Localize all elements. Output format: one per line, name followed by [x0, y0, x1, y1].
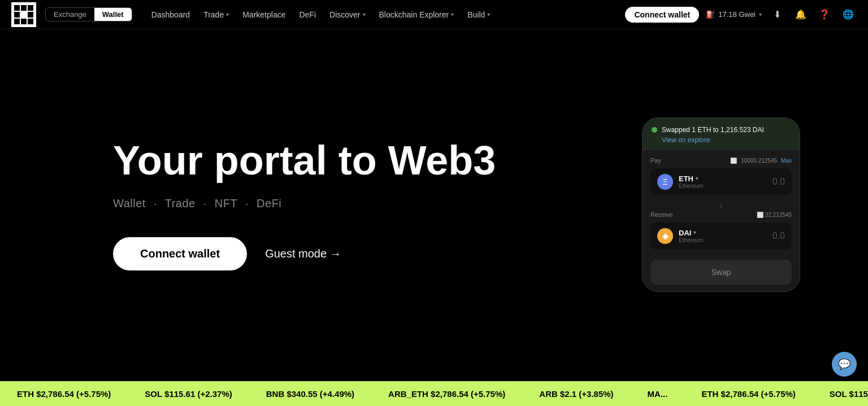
trade-chevron-icon: ▾	[226, 11, 229, 18]
success-dot-icon	[652, 127, 657, 133]
build-chevron-icon: ▾	[487, 11, 490, 18]
receive-label-row: Receive ⬜ 32.212545	[650, 211, 792, 218]
view-explorer-link[interactable]: View on explore	[662, 136, 791, 144]
ticker-item-eth: ETH $2,786.54 (+5.75%)	[17, 389, 111, 399]
help-icon[interactable]: ❓	[816, 6, 833, 23]
dot-2: ·	[203, 197, 207, 209]
eth-icon: Ξ	[657, 174, 673, 190]
swap-direction: ↓	[650, 200, 792, 209]
nav-build[interactable]: Build ▾	[462, 7, 496, 23]
gas-chevron-icon: ▾	[759, 11, 762, 18]
connect-wallet-hero-btn[interactable]: Connect wallet	[113, 237, 247, 270]
navbar: Exchange Wallet Dashboard Trade ▾ Market…	[0, 0, 868, 29]
ticker-item-arb: ARB $2.1 (+3.85%)	[539, 389, 613, 399]
hero-title: Your portal to Web3	[113, 138, 619, 183]
svg-rect-5	[28, 12, 33, 18]
ticker-item-eth2: ETH $2,786.54 (+5.75%)	[701, 389, 795, 399]
svg-rect-6	[14, 19, 20, 24]
dai-name: DAI ▾	[679, 229, 767, 237]
nav-right: Connect wallet ⛽ 17.18 Gwei ▾ ⬇ 🔔 ❓ 🌐	[625, 6, 857, 23]
explorer-chevron-icon: ▾	[451, 11, 454, 18]
connect-wallet-nav-btn[interactable]: Connect wallet	[625, 7, 699, 23]
hero-subtitle: Wallet · Trade · NFT · DeFi	[113, 197, 619, 210]
eth-chain: Ethereum	[679, 183, 767, 189]
bell-icon[interactable]: 🔔	[792, 6, 809, 23]
swap-notif-text: Swapped 1 ETH to 1,216.523 DAI	[662, 126, 764, 134]
chat-bubble-btn[interactable]: 💬	[832, 352, 857, 377]
nav-dashboard[interactable]: Dashboard	[146, 7, 196, 23]
max-label[interactable]: Max	[781, 158, 792, 164]
eth-token-info: ETH ▾ Ethereum	[679, 174, 767, 189]
okx-logo[interactable]	[11, 2, 36, 27]
dai-token-row: ◈ DAI ▾ Ethereum 0.0	[650, 222, 792, 250]
eth-chevron-icon: ▾	[696, 176, 698, 181]
mode-toggle: Exchange Wallet	[45, 7, 132, 21]
download-icon[interactable]: ⬇	[769, 6, 785, 23]
nav-marketplace[interactable]: Marketplace	[237, 7, 291, 23]
guest-mode-btn[interactable]: Guest mode →	[265, 247, 341, 260]
eth-amount: 0.0	[772, 177, 785, 187]
swap-button[interactable]: Swap	[650, 260, 792, 285]
gas-display[interactable]: ⛽ 17.18 Gwei ▾	[706, 10, 762, 19]
nav-links: Dashboard Trade ▾ Marketplace DeFi Disco…	[146, 7, 626, 23]
ticker-item-sol2: SOL $115.61 (+2.37%)	[830, 389, 868, 399]
nav-blockchain-explorer[interactable]: Blockchain Explorer ▾	[374, 7, 460, 23]
ticker-item-bnb: BNB $340.55 (+4.49%)	[266, 389, 354, 399]
eth-name: ETH ▾	[679, 174, 767, 183]
receive-balance: ⬜ 32.212545	[757, 211, 792, 218]
dai-token-info: DAI ▾ Ethereum	[679, 229, 767, 243]
svg-rect-1	[14, 5, 20, 11]
ticker-item-ma: MA...	[648, 389, 668, 399]
wallet-mode-btn[interactable]: Wallet	[94, 8, 132, 21]
discover-chevron-icon: ▾	[363, 11, 366, 18]
hero-section: Your portal to Web3 Wallet · Trade · NFT…	[0, 29, 868, 368]
ticker-item-sol: SOL $115.61 (+2.37%)	[145, 389, 232, 399]
hero-left: Your portal to Web3 Wallet · Trade · NFT…	[113, 138, 619, 270]
svg-rect-3	[28, 5, 33, 11]
svg-rect-2	[21, 5, 27, 11]
price-ticker: ETH $2,786.54 (+5.75%) SOL $115.61 (+2.3…	[0, 381, 868, 406]
dot-3: ·	[245, 197, 249, 209]
pay-label: Pay	[650, 157, 661, 164]
nav-trade[interactable]: Trade ▾	[198, 7, 235, 23]
swap-body: Pay ⬜ 10000.212545 Max Ξ ETH ▾ Ethereum …	[643, 150, 800, 291]
dai-chevron-icon: ▾	[693, 230, 696, 235]
ticker-item-arbeth: ARB_ETH $2,786.54 (+5.75%)	[388, 389, 505, 399]
swap-notification: Swapped 1 ETH to 1,216.523 DAI View on e…	[643, 118, 800, 150]
dai-icon: ◈	[657, 228, 673, 244]
globe-icon[interactable]: 🌐	[840, 6, 857, 23]
nav-discover[interactable]: Discover ▾	[324, 7, 371, 23]
svg-rect-4	[14, 12, 20, 18]
dai-amount: 0.0	[772, 231, 785, 241]
dot-1: ·	[154, 197, 157, 209]
receive-label: Receive	[650, 211, 673, 218]
pay-balance: ⬜ 10000.212545 Max	[730, 157, 792, 164]
exchange-mode-btn[interactable]: Exchange	[46, 8, 94, 21]
dai-chain: Ethereum	[679, 237, 767, 243]
ticker-content: ETH $2,786.54 (+5.75%) SOL $115.61 (+2.3…	[0, 389, 868, 399]
eth-token-row: Ξ ETH ▾ Ethereum 0.0	[650, 168, 792, 195]
gas-value: 17.18 Gwei	[718, 10, 756, 19]
phone-mockup: Swapped 1 ETH to 1,216.523 DAI View on e…	[642, 117, 800, 292]
pay-label-row: Pay ⬜ 10000.212545 Max	[650, 157, 792, 164]
gas-pump-icon: ⛽	[706, 10, 715, 19]
svg-rect-7	[21, 19, 27, 24]
svg-rect-8	[28, 19, 33, 24]
chat-icon: 💬	[838, 358, 850, 370]
arrow-down-icon: ↓	[719, 200, 723, 209]
nav-defi[interactable]: DeFi	[293, 7, 322, 23]
hero-actions: Connect wallet Guest mode →	[113, 237, 619, 270]
